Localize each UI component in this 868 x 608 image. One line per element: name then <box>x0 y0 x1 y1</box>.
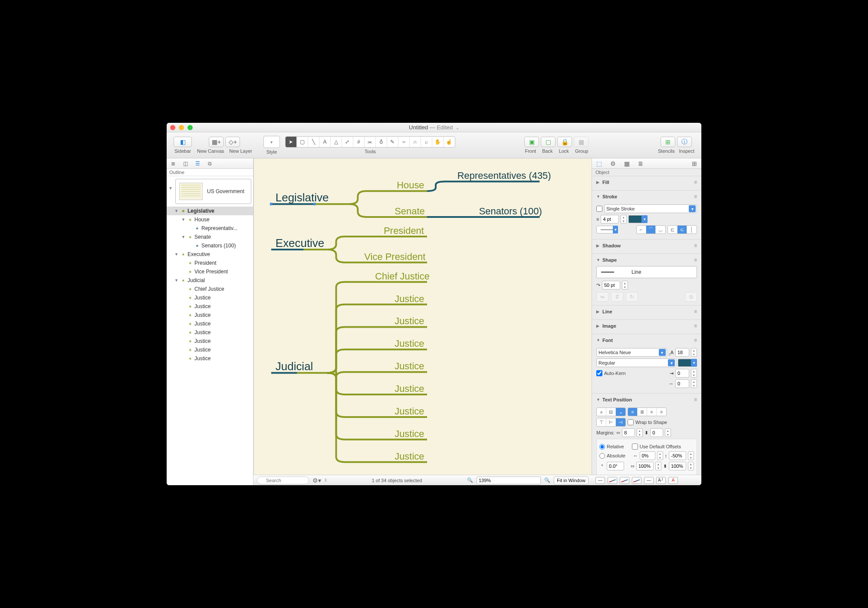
margin-v-input[interactable] <box>650 428 663 437</box>
scale-x-input[interactable] <box>636 462 654 470</box>
crop-tool[interactable]: # <box>353 137 365 147</box>
new-canvas-button[interactable]: ▦+ <box>209 137 224 147</box>
outline-row[interactable]: ✶President <box>167 259 253 267</box>
outline-row[interactable]: ✶Representativ... <box>167 224 253 233</box>
disclosure-icon[interactable]: ▼ <box>174 278 179 283</box>
outline-row[interactable]: ✶Justice <box>167 319 253 328</box>
disclosure-icon[interactable]: ▼ <box>174 209 179 213</box>
line-tool[interactable]: ╲ <box>308 137 319 147</box>
node-legislative[interactable]: Legislative <box>276 191 329 204</box>
guides-tab-icon[interactable]: ◫ <box>181 160 189 168</box>
autokern-checkbox[interactable] <box>596 370 602 376</box>
zoom-tool[interactable]: ⌕ <box>421 137 432 147</box>
disclosure-icon[interactable]: ▼ <box>174 252 179 256</box>
relative-radio[interactable] <box>599 444 605 450</box>
section-menu-icon[interactable]: ≡ <box>694 257 697 263</box>
grid-icon[interactable]: ⊞ <box>690 159 699 168</box>
disclosure-icon[interactable]: ▼ <box>181 217 186 222</box>
tracking-input[interactable] <box>675 379 689 388</box>
outline-row[interactable]: ✶Senators (100) <box>167 241 253 250</box>
lock-button[interactable]: 🔒 <box>557 137 572 147</box>
scale-y-input[interactable] <box>669 462 686 470</box>
image-header[interactable]: ▶Image≡ <box>596 322 697 330</box>
section-menu-icon[interactable]: ≡ <box>694 397 697 403</box>
style-dropdown[interactable]: ▾ <box>263 136 280 148</box>
diagram-tool[interactable]: ♁ <box>376 137 387 147</box>
minimize-button[interactable] <box>179 125 184 130</box>
stencils-button[interactable]: ⊞ <box>661 137 675 147</box>
font-color-swatch[interactable] <box>678 359 697 367</box>
section-menu-icon[interactable]: ≡ <box>694 243 697 249</box>
style-swatch[interactable]: A┘ <box>656 477 666 484</box>
text-dir-segment[interactable]: ⊤⊢⊣ <box>596 418 626 427</box>
text-tool[interactable]: A <box>319 137 331 147</box>
rotation-input[interactable] <box>607 462 624 470</box>
node-justice[interactable]: Justice <box>395 338 424 349</box>
node-justice[interactable]: Justice <box>395 451 424 462</box>
magnet-tool[interactable]: ∩ <box>410 137 421 147</box>
edit-points-button[interactable]: ⧉ <box>685 292 697 302</box>
stroke-header[interactable]: ▼Stroke≡ <box>596 192 697 201</box>
zoom-select[interactable] <box>477 477 541 484</box>
canvas[interactable]: Legislative House Senate Representatives… <box>253 158 592 475</box>
offset-y-stepper[interactable]: ▴▾ <box>688 451 694 460</box>
node-president[interactable]: President <box>384 225 424 236</box>
stroke-width-input[interactable] <box>601 215 619 223</box>
shape-radius-input[interactable] <box>602 281 620 289</box>
outline-tab-icon[interactable]: ☰ <box>194 160 201 168</box>
shape-header[interactable]: ▼Shape≡ <box>596 256 697 264</box>
outline-row[interactable]: ✶Justice <box>167 328 253 337</box>
search-input[interactable] <box>257 477 309 484</box>
font-size-stepper[interactable]: ▴▾ <box>691 348 697 357</box>
front-button[interactable]: ▣ <box>524 137 539 147</box>
font-size-input[interactable] <box>675 348 689 357</box>
kern-input[interactable] <box>675 369 689 378</box>
fit-window-button[interactable]: Fit in Window <box>554 477 589 484</box>
zoom-in-icon[interactable]: 🔍 <box>544 477 550 483</box>
node-vice-president[interactable]: Vice President <box>364 251 425 262</box>
canvas-item[interactable]: US Government <box>175 179 251 204</box>
stroke-type-select[interactable]: Single Stroke <box>604 204 697 213</box>
style-swatch[interactable] <box>608 477 617 484</box>
node-judicial[interactable]: Judicial <box>276 360 313 372</box>
offset-y-input[interactable] <box>669 451 686 460</box>
rotate-button[interactable]: ↻ <box>626 292 638 302</box>
flip-h-button[interactable]: ⇋ <box>596 292 608 302</box>
node-justice[interactable]: Justice <box>395 316 424 326</box>
scale-y-stepper[interactable]: ▴▾ <box>688 462 694 470</box>
style-swatch[interactable] <box>632 477 641 484</box>
default-offsets-checkbox[interactable] <box>632 444 638 450</box>
shape-radius-stepper[interactable]: ▴▾ <box>622 281 628 289</box>
offset-x-input[interactable] <box>640 451 655 460</box>
offset-x-stepper[interactable]: ▴▾ <box>657 451 663 460</box>
cap-style-segment[interactable]: ⊏⊂│ <box>667 225 697 234</box>
style-swatch[interactable]: — <box>644 477 654 484</box>
fill-header[interactable]: ▶Fill≡ <box>596 178 697 187</box>
section-menu-icon[interactable]: ≡ <box>694 309 697 315</box>
corner-style-segment[interactable]: ⌐⌒◡ <box>636 225 666 234</box>
style-swatch[interactable] <box>620 477 629 484</box>
shape-display[interactable]: Line <box>596 266 697 278</box>
node-justice[interactable]: Justice <box>395 383 424 394</box>
sidebar-toggle-button[interactable]: ◧ <box>174 137 192 147</box>
outline-row[interactable]: ✶Justice <box>167 293 253 302</box>
close-button[interactable] <box>170 125 175 130</box>
group-button[interactable]: ▦ <box>574 137 589 147</box>
properties-tab-icon[interactable]: ⚙ <box>608 159 617 168</box>
line-header[interactable]: ▶Line≡ <box>596 307 697 316</box>
node-justice[interactable]: Justice <box>395 406 424 417</box>
node-justice[interactable]: Justice <box>395 361 424 371</box>
outline-row[interactable]: ▼✶Senate <box>167 233 253 241</box>
section-menu-icon[interactable]: ≡ <box>694 179 697 185</box>
font-weight-select[interactable]: Regular <box>596 358 676 367</box>
hand-tool[interactable]: ✋ <box>432 137 444 147</box>
tracking-stepper[interactable]: ▴▾ <box>691 379 697 388</box>
zoom-button[interactable] <box>187 125 193 130</box>
stroke-color-swatch[interactable] <box>628 215 648 223</box>
absolute-radio[interactable] <box>599 453 605 459</box>
outline-row[interactable]: ✶Justice <box>167 311 253 319</box>
outline-row[interactable]: ▼✶Executive <box>167 250 253 259</box>
connection-tool[interactable]: ⫘ <box>365 137 376 147</box>
inspect-button[interactable]: ⓘ <box>677 137 692 147</box>
shape-tool[interactable]: ▢ <box>297 137 308 147</box>
